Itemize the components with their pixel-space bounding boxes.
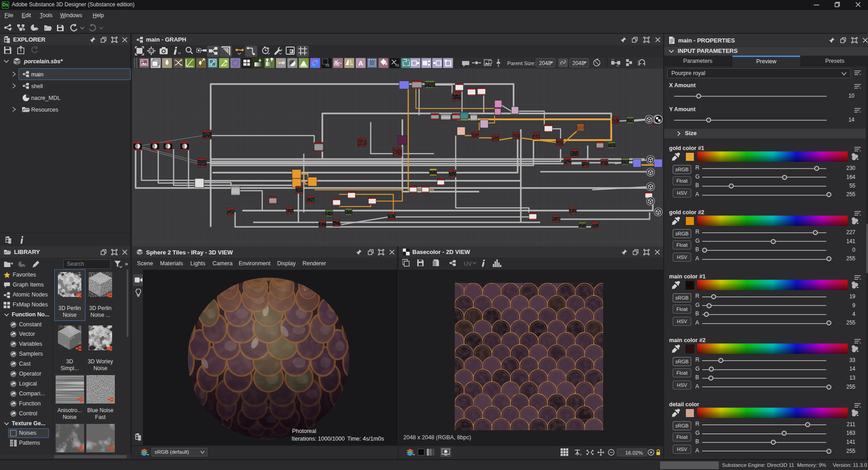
svg-text:01: 01: [326, 63, 330, 67]
svg-text:16.02%: 16.02%: [625, 450, 643, 456]
svg-text:3D: 3D: [66, 358, 73, 365]
svg-text:Iterations: 1000/1000: Iterations: 1000/1000: [292, 436, 344, 442]
svg-text:1:1: 1:1: [150, 50, 154, 53]
svg-text:Time: 4s/1m0s: Time: 4s/1m0s: [347, 436, 384, 442]
svg-text:Noise: Noise: [63, 312, 77, 318]
svg-text:01: 01: [395, 63, 399, 67]
svg-text:3D Worley: 3D Worley: [88, 358, 113, 365]
svg-text:Blue Noise: Blue Noise: [87, 407, 113, 414]
svg-text:Noise: Noise: [94, 365, 108, 371]
svg-text:Noise: Noise: [63, 414, 77, 420]
svg-text:2048: 2048: [572, 60, 585, 66]
svg-text:Noise ...: Noise ...: [90, 312, 110, 318]
svg-text:x: x: [580, 453, 582, 456]
svg-text:Parent Size:: Parent Size:: [507, 61, 536, 66]
svg-text:UV: UV: [464, 261, 472, 267]
svg-text:3D Perlin: 3D Perlin: [89, 305, 111, 311]
svg-text:Anisotro...: Anisotro...: [57, 407, 82, 414]
svg-text:A: A: [358, 59, 363, 67]
svg-text:2048: 2048: [539, 60, 551, 66]
svg-text:Photoreal: Photoreal: [292, 428, 316, 434]
svg-text:3D Perlin: 3D Perlin: [58, 305, 80, 311]
svg-text:Fast: Fast: [95, 414, 106, 420]
svg-text:Simpl...: Simpl...: [61, 365, 79, 371]
svg-text:2048 x 2048 (RGBA, 8bpc): 2048 x 2048 (RGBA, 8bpc): [403, 434, 471, 441]
